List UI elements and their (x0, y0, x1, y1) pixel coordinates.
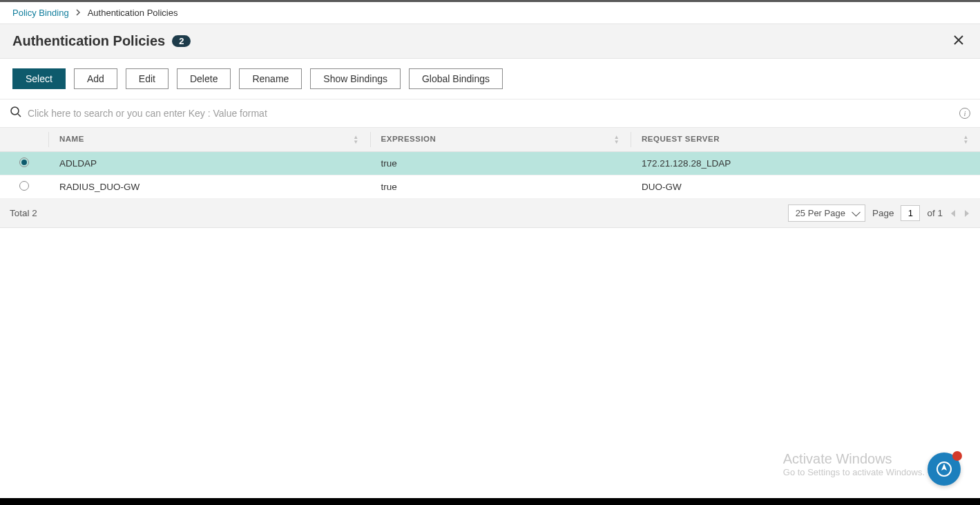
page-label: Page (872, 208, 894, 218)
prev-page-icon[interactable] (950, 209, 957, 218)
cell-request-server: DUO-GW (631, 175, 980, 199)
count-badge: 2 (172, 35, 191, 47)
global-bindings-button[interactable]: Global Bindings (409, 68, 503, 89)
cell-name: ADLDAP (48, 152, 370, 175)
select-button[interactable]: Select (12, 68, 66, 89)
breadcrumb-current: Authentication Policies (88, 8, 178, 18)
page-title: Authentication Policies 2 (12, 33, 191, 49)
table-row[interactable]: RADIUS_DUO-GW true DUO-GW (0, 175, 980, 199)
row-radio[interactable] (19, 158, 29, 167)
sort-icon: ▲▼ (963, 135, 969, 144)
search-icon (10, 106, 22, 121)
policy-table: NAME▲▼ EXPRESSION▲▼ REQUEST SERVER▲▼ ADL… (0, 128, 980, 199)
rename-button[interactable]: Rename (239, 68, 302, 89)
sort-icon: ▲▼ (353, 135, 358, 144)
delete-button[interactable]: Delete (177, 68, 231, 89)
col-request-server[interactable]: REQUEST SERVER▲▼ (631, 128, 980, 152)
close-icon[interactable] (950, 31, 968, 51)
breadcrumb-root[interactable]: Policy Binding (12, 8, 69, 18)
search-input[interactable] (22, 104, 959, 123)
next-page-icon[interactable] (963, 209, 970, 218)
show-bindings-button[interactable]: Show Bindings (310, 68, 401, 89)
chevron-right-icon (76, 9, 81, 17)
pager: 25 Per Page Page of 1 (788, 204, 970, 222)
table-footer: Total 2 25 Per Page Page of 1 (0, 199, 980, 228)
help-fab[interactable] (928, 452, 961, 486)
edit-button[interactable]: Edit (126, 68, 169, 89)
activate-windows-watermark: Activate Windows Go to Settings to activ… (783, 451, 925, 477)
cell-expression: true (370, 152, 631, 175)
col-expression[interactable]: EXPRESSION▲▼ (370, 128, 631, 152)
compass-icon (936, 461, 952, 477)
sort-icon: ▲▼ (614, 135, 619, 144)
search-row: i (0, 99, 980, 128)
add-button[interactable]: Add (74, 68, 117, 89)
total-count: Total 2 (10, 208, 37, 218)
col-select (0, 128, 48, 152)
cell-name: RADIUS_DUO-GW (48, 175, 370, 199)
breadcrumb: Policy Binding Authentication Policies (0, 2, 980, 23)
svg-point-0 (11, 107, 19, 115)
notification-dot-icon (952, 451, 962, 461)
title-bar: Authentication Policies 2 (0, 23, 980, 59)
row-radio[interactable] (19, 181, 29, 191)
page-title-text: Authentication Policies (12, 33, 165, 49)
per-page-select[interactable]: 25 Per Page (788, 204, 865, 222)
toolbar: Select Add Edit Delete Rename Show Bindi… (0, 59, 980, 99)
page-of: of 1 (927, 208, 943, 218)
info-icon[interactable]: i (959, 108, 970, 119)
page-input[interactable] (901, 205, 920, 221)
cell-expression: true (370, 175, 631, 199)
svg-line-1 (18, 114, 21, 117)
table-row[interactable]: ADLDAP true 172.21.128.28_LDAP (0, 152, 980, 175)
bottom-bar (0, 498, 980, 505)
col-name[interactable]: NAME▲▼ (48, 128, 370, 152)
cell-request-server: 172.21.128.28_LDAP (631, 152, 980, 175)
